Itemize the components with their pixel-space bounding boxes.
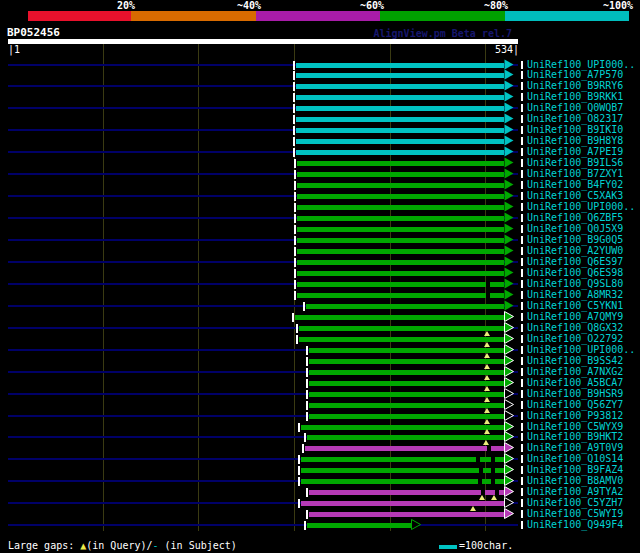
scale-key-label: =100char. [459, 540, 513, 552]
subject-gap-marker [487, 446, 491, 451]
query-start-tick [293, 82, 295, 91]
query-start-tick [296, 335, 298, 344]
hit-baseline [8, 524, 518, 526]
query-start-tick [294, 269, 296, 278]
query-start-tick [293, 126, 295, 135]
query-end-tick [521, 148, 523, 156]
query-end-tick [521, 71, 523, 79]
query-end-tick [521, 499, 523, 507]
alignment-bar [299, 337, 504, 342]
alignment-bar [309, 359, 504, 364]
query-gap-marker [484, 397, 490, 402]
identity-scale-label: ~80% [428, 0, 508, 11]
alignment-bar [296, 150, 504, 155]
query-start-tick [294, 291, 296, 300]
query-end-tick [521, 82, 523, 90]
query-start-tick [294, 280, 296, 289]
query-start-tick [298, 455, 300, 464]
alignment-bar [297, 183, 504, 188]
alignment-bar [297, 238, 504, 243]
alignment-bar [307, 523, 411, 528]
alignment-bar [309, 392, 504, 397]
query-start-tick [298, 466, 300, 475]
gap-legend-part: (in Query)/ [86, 540, 152, 551]
query-start-tick [294, 214, 296, 223]
query-start-tick [293, 115, 295, 124]
identity-scale-segment [131, 11, 256, 21]
query-start-tick [294, 159, 296, 168]
query-end-tick [521, 324, 523, 332]
query-start-tick [306, 390, 308, 399]
alignment-bar [297, 172, 504, 177]
alignment-bar [309, 414, 504, 419]
query-start-tick [306, 510, 308, 519]
alignment-bar [296, 63, 504, 68]
scale-key-swatch [439, 545, 457, 549]
alignment-bar [299, 326, 504, 331]
query-end-tick [521, 379, 523, 387]
query-start-tick [294, 170, 296, 179]
query-gap-marker [484, 408, 490, 413]
query-gap-marker [484, 353, 490, 358]
alignment-bar [297, 260, 504, 265]
hit-arrowhead-icon [411, 519, 422, 531]
query-bar [8, 39, 518, 44]
subject-gap-marker [491, 479, 495, 484]
query-end-tick [521, 412, 523, 420]
query-end-tick [521, 203, 523, 211]
alignment-bar [297, 271, 504, 276]
query-end-tick [521, 291, 523, 299]
query-gap-marker [484, 342, 490, 347]
query-start-tick [298, 499, 300, 508]
query-start-tick [294, 192, 296, 201]
alignment-bar [297, 249, 504, 254]
query-end-tick [521, 444, 523, 452]
identity-scale-label: ~60% [304, 0, 384, 11]
identity-scale-segment [380, 11, 505, 21]
subject-gap-marker [479, 468, 483, 473]
query-end-tick [521, 61, 523, 69]
query-end-tick [521, 401, 523, 409]
query-end-tick [521, 302, 523, 310]
alignment-bar [306, 304, 504, 309]
query-end-tick [521, 368, 523, 376]
query-end-tick [521, 455, 523, 463]
query-start-tick [293, 93, 295, 102]
query-start-tick [306, 401, 308, 410]
alignment-bar [296, 95, 504, 100]
query-end-tick [521, 488, 523, 496]
ruler-end-label: 534| [459, 44, 519, 55]
alignment-bar [309, 512, 504, 517]
query-title: BP052456 [7, 26, 60, 39]
query-gap-marker [484, 429, 490, 434]
query-end-tick [521, 521, 523, 529]
alignment-bar [296, 128, 504, 133]
alignment-bar [296, 139, 504, 144]
alignment-bar [297, 282, 504, 287]
query-end-tick [521, 313, 523, 321]
query-start-tick [294, 258, 296, 267]
query-start-tick [293, 148, 295, 157]
query-start-tick [298, 477, 300, 486]
alignment-bar [309, 403, 504, 408]
gap-legend-part: (in Subject) [159, 540, 237, 551]
query-end-tick [521, 466, 523, 474]
query-start-tick [304, 521, 306, 530]
alignment-bar [296, 84, 504, 89]
alignment-bar [305, 446, 504, 451]
identity-scale-segment [28, 11, 131, 21]
alignment-bar [296, 117, 504, 122]
query-start-tick [303, 302, 305, 311]
alignment-bar [309, 370, 504, 375]
alignview-screen: 20%~40%~60%~80%~100% BP052456 AlignView.… [0, 0, 640, 553]
query-gap-marker [483, 440, 489, 445]
query-end-tick [521, 170, 523, 178]
query-gap-marker [470, 506, 476, 511]
hit-accession[interactable]: UniRef100_Q949F4 [527, 519, 623, 531]
query-gap-marker [484, 419, 490, 424]
alignment-bar [296, 73, 504, 78]
query-gap-marker [491, 495, 497, 500]
alignment-bar [297, 216, 504, 221]
identity-scale-segment [505, 11, 629, 21]
subject-gap-marker [491, 457, 495, 462]
